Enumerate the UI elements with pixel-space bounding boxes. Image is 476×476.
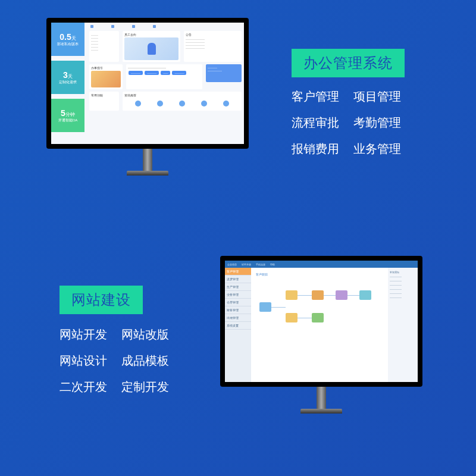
feature-item: 流程审批 — [292, 109, 339, 136]
tag-button: ———— — [145, 71, 159, 75]
feature-item: 业务管理 — [353, 136, 401, 162]
app-icon — [157, 101, 163, 107]
flow-node — [286, 290, 298, 300]
erp-rightpanel: 常规通知 ————— ————— ————— ————— ————— ————— — [388, 268, 418, 382]
oa-links-card: ———————————————— ———— ———— —— ———— — [126, 64, 202, 89]
tag-button: ———— — [172, 71, 186, 75]
sidebar-item: 出纳管理 — [225, 314, 251, 322]
calendar-icon — [132, 25, 135, 28]
mail-icon — [111, 25, 114, 28]
monitor-stand — [127, 149, 168, 181]
oa-staff-card: 员工去向 — [123, 31, 180, 62]
flow-node — [312, 313, 324, 322]
oa-nav-card: —————————————————— — [89, 31, 119, 62]
sidebar-item: 仓存管理 — [225, 299, 251, 306]
oa-guide-card: 办事指引 — [89, 64, 123, 89]
feature-item: 考勤管理 — [353, 109, 401, 136]
sidebar-item: 业务管理 — [225, 291, 251, 299]
oa-screen: 0.5天 部署私有版本 3天 定制化需求 5分钟 开通智能OA — [51, 23, 244, 144]
tag-button: ———— — [129, 71, 143, 75]
heading-website: 网站建设 — [60, 286, 143, 314]
feature-item: 成品模板 — [121, 347, 169, 374]
app-icon — [179, 101, 185, 107]
oa-news-card: 资讯推荐 — [123, 92, 242, 111]
feature-item: 定制开发 — [121, 374, 169, 400]
heading-oa: 办公管理系统 — [292, 49, 405, 77]
feature-item: 网站设计 — [60, 347, 107, 374]
sidebar-item: 进货管理 — [225, 275, 251, 283]
feature-item: 网站开发 — [60, 321, 107, 347]
guide-illustration — [91, 71, 121, 87]
feature-item: 网站改版 — [121, 321, 169, 347]
erp-flowchart — [255, 284, 384, 332]
flow-node — [336, 290, 347, 300]
flow-node — [312, 290, 324, 300]
flow-node — [259, 302, 271, 312]
tag-button: —— — [161, 71, 170, 75]
oa-topnav — [87, 23, 244, 30]
monitor-stand — [300, 387, 342, 419]
settings-icon — [153, 25, 156, 28]
flow-node — [359, 290, 371, 300]
erp-main-title: 客户跟踪 — [255, 271, 384, 277]
oa-sidebar: 0.5天 部署私有版本 3天 定制化需求 5分钟 开通智能OA — [51, 23, 84, 144]
tile-activate: 5分钟 开通智能OA — [51, 99, 84, 132]
feature-item: 二次开发 — [60, 374, 107, 400]
monitor-oa: 0.5天 部署私有版本 3天 定制化需求 5分钟 开通智能OA — [46, 18, 249, 149]
features-website: 网站开发 网站设计 二次开发 网站改版 成品模板 定制开发 — [60, 321, 169, 400]
oa-notice-card: 公告 ———————————————————————————————— — [184, 31, 242, 62]
tile-deploy: 0.5天 部署私有版本 — [51, 23, 84, 56]
features-oa: 客户管理 流程审批 报销费用 项目管理 考勤管理 业务管理 — [292, 83, 401, 162]
erp-sidebar: 客户管理 进货管理 生产管理 业务管理 仓存管理 财务管理 出纳管理 系统设置 — [225, 268, 251, 382]
sidebar-item: 财务管理 — [225, 306, 251, 314]
tile-customize: 3天 定制化需求 — [51, 61, 84, 94]
erp-screen: 企业信息 软件升级 手机连接 帮助 客户管理 进货管理 生产管理 业务管理 仓存… — [225, 261, 418, 382]
monitor-website: 企业信息 软件升级 手机连接 帮助 客户管理 进货管理 生产管理 业务管理 仓存… — [220, 256, 422, 387]
sidebar-item: 客户管理 — [225, 268, 251, 275]
staff-illustration — [124, 37, 178, 60]
erp-topbar: 企业信息 软件升级 手机连接 帮助 — [225, 261, 418, 268]
feature-item: 报销费用 — [292, 136, 339, 162]
feature-item: 项目管理 — [353, 83, 401, 109]
sidebar-item: 生产管理 — [225, 283, 251, 291]
oa-functions-card: 常用功能 — [89, 92, 119, 111]
flow-node — [286, 313, 298, 322]
sidebar-item: 系统设置 — [225, 322, 251, 330]
oa-promo-card: —————————— — [206, 64, 242, 82]
app-icon — [135, 101, 141, 107]
message-icon — [90, 25, 93, 28]
erp-main: 客户跟踪 — [251, 268, 388, 382]
app-icon — [201, 101, 207, 107]
feature-item: 客户管理 — [292, 83, 339, 109]
oa-main: —————————————————— 员工去向 公告 —————————————… — [87, 23, 244, 144]
app-icon — [223, 101, 229, 107]
